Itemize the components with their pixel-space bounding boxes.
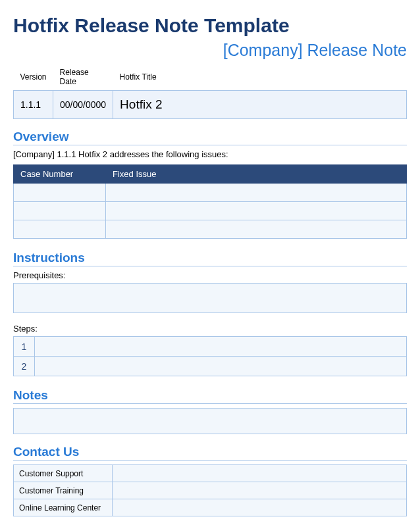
step-text: [35, 337, 407, 357]
contact-table: Customer Support Customer Training Onlin…: [13, 464, 407, 516]
case-number-cell: [14, 202, 106, 220]
notes-box: [13, 408, 407, 434]
fixed-issue-cell: [106, 202, 407, 220]
step-text: [35, 357, 407, 376]
overview-intro: [Company] 1.1.1 Hotfix 2 addresses the f…: [13, 149, 407, 159]
col-case-number: Case Number: [14, 165, 106, 184]
notes-heading: Notes: [13, 388, 407, 404]
contact-label: Online Learning Center: [14, 499, 113, 516]
prerequisites-box: [13, 283, 407, 313]
contact-label: Customer Support: [14, 465, 113, 482]
contact-heading: Contact Us: [13, 445, 407, 461]
table-row: Customer Training: [14, 482, 407, 499]
page-title: Hotfix Release Note Template: [13, 14, 407, 37]
page-subtitle: [Company] Release Note: [13, 41, 407, 60]
table-row: [14, 184, 407, 202]
table-row: Customer Support: [14, 465, 407, 482]
case-number-cell: [14, 220, 106, 239]
table-row: 2: [14, 357, 407, 376]
instructions-heading: Instructions: [13, 251, 407, 266]
contact-value: [113, 482, 407, 499]
col-fixed-issue: Fixed Issue: [106, 165, 407, 184]
steps-label: Steps:: [13, 324, 407, 334]
version-value: 1.1.1: [14, 91, 53, 119]
issues-table: Case Number Fixed Issue: [13, 164, 407, 239]
contact-value: [113, 499, 407, 516]
table-row: [14, 202, 407, 220]
contact-label: Customer Training: [14, 482, 113, 499]
step-number: 2: [14, 357, 35, 376]
release-header-table: Version Release Date Hotfix Title 1.1.1 …: [13, 65, 407, 119]
step-number: 1: [14, 337, 35, 357]
col-release-date: Release Date: [53, 65, 113, 91]
col-version: Version: [14, 65, 53, 91]
overview-heading: Overview: [13, 130, 407, 145]
case-number-cell: [14, 184, 106, 202]
prerequisites-label: Prerequisites:: [13, 270, 407, 280]
table-row: 1: [14, 337, 407, 357]
table-row: [14, 220, 407, 239]
col-hotfix-title: Hotfix Title: [113, 65, 407, 91]
fixed-issue-cell: [106, 220, 407, 239]
release-date-value: 00/00/0000: [53, 91, 113, 119]
contact-value: [113, 465, 407, 482]
hotfix-title-value: Hotfix 2: [113, 91, 407, 119]
fixed-issue-cell: [106, 184, 407, 202]
steps-table: 1 2: [13, 336, 407, 376]
table-row: Online Learning Center: [14, 499, 407, 516]
